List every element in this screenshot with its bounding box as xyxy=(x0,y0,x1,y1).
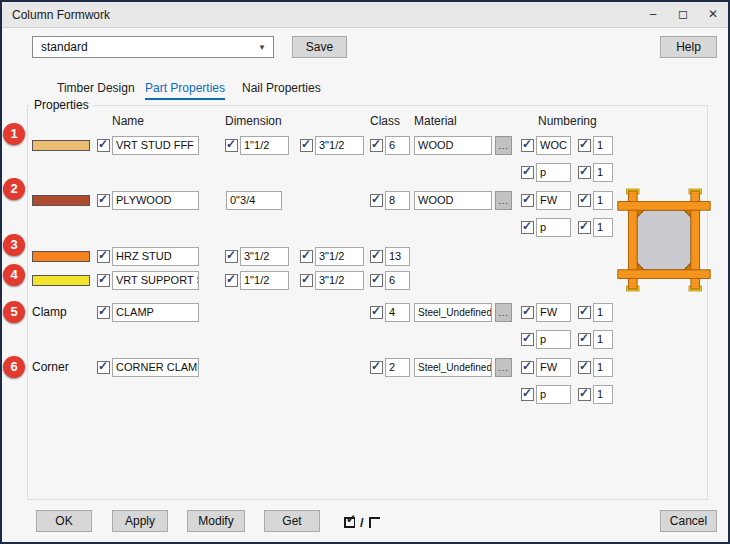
help-button[interactable]: Help xyxy=(660,36,717,58)
numbering-prefix-checkbox[interactable] xyxy=(521,388,534,401)
dimension1-field[interactable]: 1"1/2 xyxy=(240,271,289,290)
material-browse-button[interactable]: ... xyxy=(495,136,512,155)
class-checkbox[interactable] xyxy=(370,274,383,287)
tab-part-properties[interactable]: Part Properties xyxy=(145,81,225,100)
cancel-button[interactable]: Cancel xyxy=(660,510,717,532)
name-checkbox[interactable] xyxy=(97,361,110,374)
numbering-prefix-checkbox[interactable] xyxy=(521,221,534,234)
toggle-separator: / xyxy=(360,515,364,530)
numbering-start-checkbox[interactable] xyxy=(578,221,591,234)
numbering-start-checkbox[interactable] xyxy=(578,361,591,374)
apply-button[interactable]: Apply xyxy=(112,510,168,532)
dimension2-checkbox[interactable] xyxy=(300,250,313,263)
class-checkbox[interactable] xyxy=(370,361,383,374)
numbering-prefix-checkbox[interactable] xyxy=(521,333,534,346)
name-checkbox[interactable] xyxy=(97,194,110,207)
numbering-start-field[interactable]: 1 xyxy=(593,385,613,404)
titlebar: Column Formwork – ◻ ✕ xyxy=(2,2,728,28)
numbering-start-field[interactable]: 1 xyxy=(593,163,613,182)
numbering-prefix-field[interactable]: WOC xyxy=(536,136,571,155)
material-field[interactable]: Steel_Undefined xyxy=(414,358,492,377)
class-checkbox[interactable] xyxy=(370,250,383,263)
numbering-prefix-field[interactable]: p xyxy=(536,330,571,349)
numbering-prefix-checkbox[interactable] xyxy=(521,166,534,179)
class-checkbox[interactable] xyxy=(370,306,383,319)
dimension2-checkbox[interactable] xyxy=(300,274,313,287)
name-field[interactable]: CLAMP xyxy=(112,303,199,322)
numbering-start-field[interactable]: 1 xyxy=(593,136,613,155)
numbering-prefix-field[interactable]: p xyxy=(536,218,571,237)
dimension2-field[interactable]: 3"1/2 xyxy=(315,271,364,290)
name-checkbox[interactable] xyxy=(97,139,110,152)
tab-timber-design[interactable]: Timber Design xyxy=(57,81,135,98)
dimension1-checkbox[interactable] xyxy=(225,274,238,287)
name-checkbox[interactable] xyxy=(97,306,110,319)
dimension1-field[interactable]: 0"3/4 xyxy=(226,191,282,210)
dimension1-checkbox[interactable] xyxy=(225,139,238,152)
modify-button[interactable]: Modify xyxy=(187,510,245,532)
numbering-start-field[interactable]: 1 xyxy=(593,330,613,349)
name-checkbox[interactable] xyxy=(97,274,110,287)
numbering-start-checkbox[interactable] xyxy=(578,194,591,207)
numbering-start-checkbox[interactable] xyxy=(578,333,591,346)
ok-button[interactable]: OK xyxy=(36,510,92,532)
class-field[interactable]: 13 xyxy=(385,247,410,266)
class-checkbox[interactable] xyxy=(370,139,383,152)
numbering-prefix-checkbox[interactable] xyxy=(521,361,534,374)
material-browse-button[interactable]: ... xyxy=(495,303,512,322)
numbering-start-field[interactable]: 1 xyxy=(593,303,613,322)
dimension2-checkbox[interactable] xyxy=(300,139,313,152)
numbering-start-field[interactable]: 1 xyxy=(593,218,613,237)
name-field[interactable]: HRZ STUD xyxy=(112,247,199,266)
name-field[interactable]: CORNER CLAMP xyxy=(112,358,199,377)
dimension1-field[interactable]: 1"1/2 xyxy=(240,136,289,155)
dimension1-field[interactable]: 3"1/2 xyxy=(240,247,289,266)
class-checkbox[interactable] xyxy=(370,194,383,207)
class-field[interactable]: 4 xyxy=(385,303,410,322)
numbering-start-checkbox[interactable] xyxy=(578,139,591,152)
minimize-button[interactable]: – xyxy=(638,2,668,28)
numbering-prefix-field[interactable]: FW xyxy=(536,358,571,377)
annotation-marker-1: 1 xyxy=(3,123,25,145)
numbering-prefix-checkbox[interactable] xyxy=(521,139,534,152)
numbering-start-field[interactable]: 1 xyxy=(593,358,613,377)
uncheck-all-icon[interactable] xyxy=(369,517,380,528)
name-field[interactable]: VRT SUPPORT STUD xyxy=(112,271,199,290)
numbering-start-field[interactable]: 1 xyxy=(593,191,613,210)
row-label-corner: Corner xyxy=(32,360,69,374)
preset-value: standard xyxy=(41,37,88,57)
header-numbering: Numbering xyxy=(538,114,597,128)
numbering-prefix-field[interactable]: FW xyxy=(536,191,571,210)
check-all-icon[interactable] xyxy=(344,517,355,528)
dimension1-checkbox[interactable] xyxy=(225,250,238,263)
name-field[interactable]: PLYWOOD xyxy=(112,191,199,210)
material-field[interactable]: Steel_Undefined xyxy=(414,303,492,322)
material-browse-button[interactable]: ... xyxy=(495,358,512,377)
name-field[interactable]: VRT STUD FFF xyxy=(112,136,199,155)
material-browse-button[interactable]: ... xyxy=(495,191,512,210)
tab-nail-properties[interactable]: Nail Properties xyxy=(242,81,321,98)
dimension2-field[interactable]: 3"1/2 xyxy=(315,247,364,266)
get-button[interactable]: Get xyxy=(264,510,320,532)
close-button[interactable]: ✕ xyxy=(698,2,728,28)
row-label-clamp: Clamp xyxy=(32,305,67,319)
numbering-prefix-checkbox[interactable] xyxy=(521,306,534,319)
numbering-prefix-field[interactable]: FW xyxy=(536,303,571,322)
numbering-prefix-field[interactable]: p xyxy=(536,385,571,404)
class-field[interactable]: 6 xyxy=(385,271,410,290)
preset-select[interactable]: standard ▼ xyxy=(32,36,274,58)
numbering-start-checkbox[interactable] xyxy=(578,388,591,401)
numbering-start-checkbox[interactable] xyxy=(578,306,591,319)
dimension2-field[interactable]: 3"1/2 xyxy=(315,136,364,155)
class-field[interactable]: 8 xyxy=(385,191,410,210)
numbering-prefix-field[interactable]: p xyxy=(536,163,571,182)
class-field[interactable]: 2 xyxy=(385,358,410,377)
material-field[interactable]: WOOD xyxy=(414,136,492,155)
numbering-start-checkbox[interactable] xyxy=(578,166,591,179)
name-checkbox[interactable] xyxy=(97,250,110,263)
maximize-button[interactable]: ◻ xyxy=(668,2,698,28)
numbering-prefix-checkbox[interactable] xyxy=(521,194,534,207)
material-field[interactable]: WOOD xyxy=(414,191,492,210)
save-button[interactable]: Save xyxy=(292,36,347,58)
class-field[interactable]: 6 xyxy=(385,136,410,155)
